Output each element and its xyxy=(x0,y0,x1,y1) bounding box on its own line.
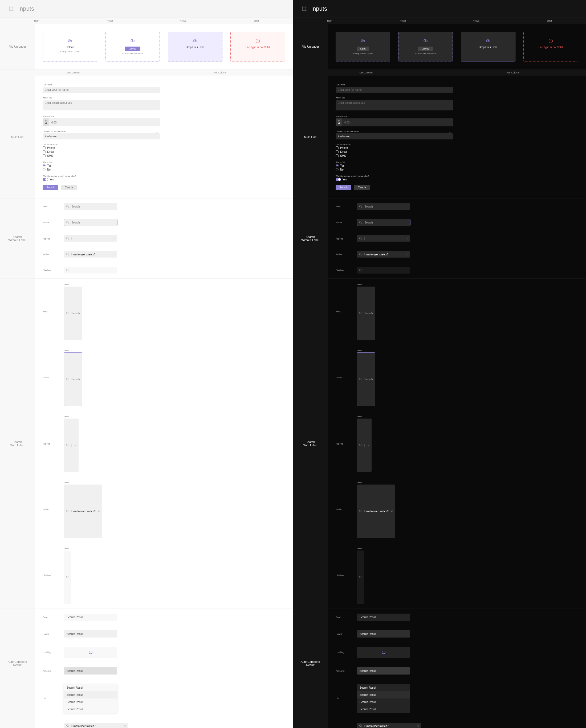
check-sms[interactable]: SMS xyxy=(43,154,160,157)
clear-icon[interactable]: ✕ xyxy=(113,253,115,256)
check-sms[interactable]: SMS xyxy=(336,154,453,157)
ac-result-hover[interactable]: Search Result xyxy=(357,630,410,638)
check-email[interactable]: Email xyxy=(43,150,160,153)
list-item[interactable]: Search Result xyxy=(357,706,410,713)
svg-line-63 xyxy=(361,578,362,578)
ac-result-pressed[interactable]: Search Result xyxy=(64,667,117,675)
toggle-newsletter[interactable]: Yes xyxy=(336,178,453,181)
list-item[interactable]: Search Result xyxy=(357,691,410,699)
ac-result-rest[interactable]: Search Result xyxy=(64,614,117,621)
svg-point-46 xyxy=(360,222,362,223)
clear-icon[interactable]: ✕ xyxy=(98,510,100,513)
list-item[interactable]: Search Result xyxy=(64,691,117,699)
upload-button[interactable]: Upload xyxy=(418,47,433,51)
full-name-input[interactable] xyxy=(336,87,453,93)
profession-select[interactable]: Profession xyxy=(43,133,160,139)
clear-icon[interactable]: ✕ xyxy=(417,725,419,727)
search-icon xyxy=(359,237,362,240)
toggle-newsletter[interactable]: Yes xyxy=(43,178,160,181)
state-typing: Typing xyxy=(336,442,357,445)
clear-icon[interactable]: ✕ xyxy=(406,237,408,240)
newsletter-label: Want to receive weekly newsletter? xyxy=(336,175,453,177)
search-input-rest[interactable]: Search xyxy=(357,287,375,340)
section-ac-no-label: Auto Complete Without Label xyxy=(293,718,327,728)
upload-button[interactable]: Upload xyxy=(125,47,140,51)
clear-icon[interactable]: ✕ xyxy=(367,444,369,447)
search-input-focus[interactable]: Search xyxy=(357,219,410,226)
search-input-rest[interactable]: Search xyxy=(64,203,117,210)
about-label: About You xyxy=(336,97,453,99)
svg-point-54 xyxy=(360,312,362,314)
subscription-input[interactable] xyxy=(49,119,160,126)
submit-button[interactable]: Submit xyxy=(43,185,58,190)
uploader-active[interactable]: Drop Files Here xyxy=(168,32,222,61)
uploader-rest[interactable]: Upload or drop files to upload xyxy=(43,32,97,61)
state-disable: Disable xyxy=(43,574,64,577)
clear-icon[interactable]: ✕ xyxy=(391,510,393,513)
search-input-typing[interactable]: |✕ xyxy=(64,235,117,242)
uploader-active[interactable]: Drop Files Here xyxy=(461,32,515,61)
about-textarea[interactable] xyxy=(43,100,160,110)
search-input-typing[interactable]: |✕ xyxy=(357,235,410,242)
clear-icon[interactable]: ✕ xyxy=(113,237,115,240)
list-item[interactable]: Search Result xyxy=(357,699,410,706)
svg-point-18 xyxy=(67,312,69,314)
search-input-rest[interactable]: Search xyxy=(64,287,82,340)
clear-icon[interactable]: ✕ xyxy=(74,444,76,447)
search-input-rest[interactable]: Search xyxy=(357,203,410,210)
search-input-active[interactable]: How to user sketch?✕ xyxy=(357,485,395,538)
search-input-active[interactable]: How to user sketch?✕ xyxy=(357,251,410,258)
uploader-hover[interactable]: Upload or drop files to upload xyxy=(398,32,453,61)
list-item[interactable]: Search Result xyxy=(64,684,117,691)
svg-point-8 xyxy=(67,205,69,207)
state-loading: Loading xyxy=(43,651,64,654)
list-item[interactable]: Search Result xyxy=(64,699,117,706)
radio-no[interactable]: No xyxy=(336,168,453,171)
list-item[interactable]: Search Result xyxy=(357,684,410,691)
search-input-focus[interactable]: Search xyxy=(64,219,117,226)
clear-icon[interactable]: ✕ xyxy=(406,253,408,256)
ac-search-input[interactable]: How to user sketch?✕ xyxy=(357,723,421,728)
uploader-hover[interactable]: Upload or drop files to upload xyxy=(105,32,160,61)
radio-yes[interactable]: Yes xyxy=(336,164,453,167)
subscription-input[interactable] xyxy=(342,119,453,126)
check-phone[interactable]: Phone xyxy=(336,146,453,149)
ac-result-pressed[interactable]: Search Result xyxy=(357,667,410,675)
search-input-typing[interactable]: |✕ xyxy=(357,419,372,472)
ac-result-rest[interactable]: Search Result xyxy=(357,614,410,621)
search-input-active[interactable]: How to user sketch?✕ xyxy=(64,485,102,538)
uploader-rest[interactable]: Light or drop files to upload xyxy=(336,32,390,61)
search-input-focus[interactable]: Search xyxy=(357,353,375,406)
radio-no[interactable]: No xyxy=(43,168,160,171)
state-pressed: Pressed xyxy=(43,670,64,672)
section-file-uploader: File Uploader xyxy=(0,24,34,70)
cloud-upload-icon xyxy=(130,38,135,44)
cancel-button[interactable]: Cancle xyxy=(61,185,77,190)
uploader-error[interactable]: File Type is not Valid xyxy=(523,32,578,61)
cancel-button[interactable]: Cancle xyxy=(354,185,370,190)
full-name-input[interactable] xyxy=(43,87,160,93)
ac-result-hover[interactable]: Search Result xyxy=(64,630,117,638)
col-one: One Column xyxy=(0,70,147,76)
profession-select[interactable]: Profession xyxy=(336,133,453,139)
submit-button[interactable]: Submit xyxy=(336,185,351,190)
clear-icon[interactable]: ✕ xyxy=(124,725,126,727)
about-textarea[interactable] xyxy=(336,100,453,110)
radio-yes[interactable]: Yes xyxy=(43,164,160,167)
ac-search-input[interactable]: How to user sketch?✕ xyxy=(64,723,128,728)
svg-line-61 xyxy=(361,512,362,513)
check-phone[interactable]: Phone xyxy=(43,146,160,149)
svg-line-53 xyxy=(361,271,362,272)
subscription-label: Subscription xyxy=(43,115,160,118)
light-button[interactable]: Light xyxy=(357,47,369,51)
svg-point-20 xyxy=(67,378,69,380)
state-rest: Rest xyxy=(336,310,357,313)
search-input-typing[interactable]: |✕ xyxy=(64,419,79,472)
svg-point-50 xyxy=(360,253,362,255)
toggle-icon xyxy=(336,178,341,181)
list-item[interactable]: Search Result xyxy=(64,706,117,713)
uploader-error[interactable]: File Type is not Valid xyxy=(230,32,285,61)
check-email[interactable]: Email xyxy=(336,150,453,153)
search-input-focus[interactable]: Search xyxy=(64,353,82,406)
search-input-active[interactable]: How to user sketch?✕ xyxy=(64,251,117,258)
